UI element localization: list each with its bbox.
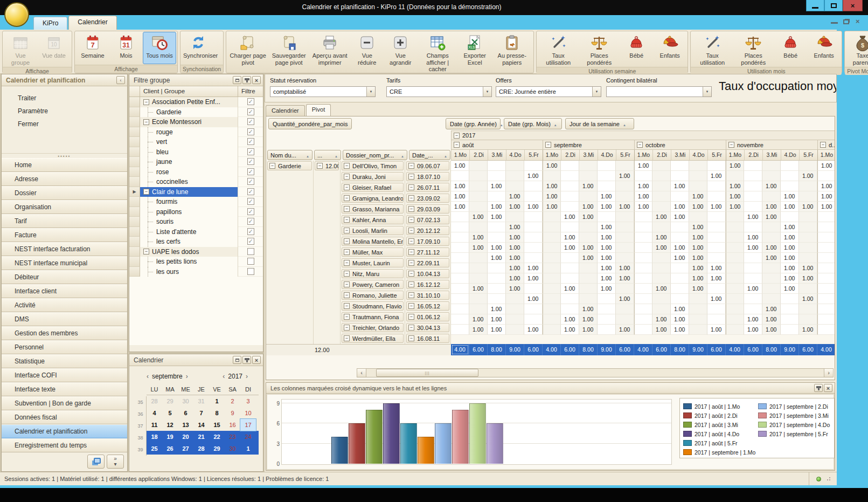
collapse-icon[interactable] — [408, 228, 414, 233]
filter-checkbox[interactable] — [247, 238, 254, 245]
value-cell[interactable] — [744, 222, 762, 232]
value-cell[interactable] — [689, 294, 707, 304]
value-cell[interactable] — [744, 263, 762, 273]
day-cell[interactable]: 24 — [240, 431, 256, 443]
value-cell[interactable] — [671, 191, 689, 202]
value-cell[interactable]: 1.00 — [488, 243, 506, 253]
ribbon-button-semaine[interactable]: 7Semaine — [76, 32, 109, 64]
value-cell[interactable] — [469, 273, 488, 284]
value-cell[interactable] — [579, 232, 598, 243]
value-cell[interactable]: 1.00 — [652, 314, 671, 325]
group-cell-garderie[interactable]: Garderie — [267, 161, 312, 170]
collapse-icon[interactable] — [728, 142, 734, 148]
total-cell[interactable]: 8.00 — [579, 344, 598, 355]
tree-row-uape-les-dodos[interactable]: UAPE les dodos — [129, 247, 263, 257]
filter-checkbox[interactable] — [247, 208, 254, 215]
value-cell[interactable]: 1.00 — [488, 212, 506, 222]
filter-combobox-contingent-bilat-ral[interactable] — [606, 86, 712, 97]
value-cell[interactable] — [634, 304, 652, 314]
value-cell[interactable] — [469, 222, 488, 232]
tree-row-handle[interactable] — [129, 97, 140, 107]
total-cell[interactable]: 6.00 — [561, 344, 579, 355]
month-header-cell-septembre[interactable]: septembre — [543, 140, 634, 150]
tree-row-handle[interactable] — [129, 177, 140, 187]
value-cell[interactable] — [817, 232, 835, 243]
value-cell[interactable] — [543, 243, 561, 253]
weekday-header-cell[interactable]: 5.Fr — [799, 150, 817, 161]
value-cell[interactable] — [671, 294, 689, 304]
tree-row-les-cerfs[interactable]: les cerfs — [129, 237, 263, 247]
value-cell[interactable] — [634, 212, 652, 222]
value-cell[interactable] — [579, 273, 598, 284]
total-cell[interactable]: 8.00 — [488, 344, 506, 355]
value-cell[interactable] — [543, 171, 561, 181]
filter-checkbox[interactable] — [247, 118, 254, 125]
value-cell[interactable]: 1.00 — [579, 314, 598, 325]
tree-row-handle[interactable]: ▶ — [129, 187, 140, 197]
ribbon-button-taux-utilisation[interactable]: Taux utilisation — [692, 32, 733, 66]
value-cell[interactable] — [652, 253, 671, 263]
value-cell[interactable]: 1.00 — [598, 222, 616, 232]
value-cell[interactable]: 1.00 — [561, 325, 579, 335]
collapse-icon[interactable] — [408, 281, 414, 287]
value-cell[interactable] — [799, 284, 817, 294]
value-cell[interactable] — [799, 161, 817, 171]
value-cell[interactable] — [652, 161, 671, 171]
value-cell[interactable] — [762, 191, 781, 202]
combobox-arrow-icon[interactable] — [483, 87, 491, 97]
total-cell[interactable]: 4.00 — [451, 344, 469, 355]
value-cell[interactable]: 1.00 — [671, 243, 689, 253]
value-cell[interactable]: 1.00 — [799, 273, 817, 284]
value-cell[interactable] — [616, 212, 634, 222]
value-cell[interactable]: 1.00 — [488, 325, 506, 335]
scroll-right-button[interactable]: › — [824, 369, 833, 377]
day-cell[interactable]: 30 — [178, 395, 193, 407]
collapse-icon[interactable] — [637, 142, 643, 148]
day-cell[interactable]: 31 — [193, 395, 209, 407]
weekday-header-cell[interactable]: 1.Mo — [726, 150, 744, 161]
tree-row-handle[interactable] — [129, 207, 140, 217]
day-cell[interactable]: 6 — [178, 407, 193, 419]
value-cell[interactable] — [689, 314, 707, 325]
value-cell[interactable] — [799, 212, 817, 222]
day-cell[interactable]: 11 — [147, 419, 162, 431]
value-cell[interactable] — [616, 243, 634, 253]
value-cell[interactable] — [451, 253, 469, 263]
value-cell[interactable] — [652, 181, 671, 191]
tree-row-garderie[interactable]: Garderie — [129, 107, 263, 118]
day-cell[interactable]: 30 — [225, 443, 240, 455]
value-cell[interactable]: 1.00 — [561, 314, 579, 325]
value-cell[interactable] — [671, 222, 689, 232]
value-cell[interactable]: 1.00 — [598, 253, 616, 263]
ribbon-button-au-presse-papiers[interactable]: Au presse-papiers — [491, 32, 532, 73]
value-cell[interactable] — [469, 263, 488, 273]
layers-button[interactable] — [87, 455, 105, 469]
date-cell[interactable]: 23.09.02 — [406, 194, 449, 203]
weekday-header-cell[interactable]: 2.Di — [561, 150, 579, 161]
value-cell[interactable] — [707, 253, 726, 263]
collapse-icon[interactable] — [344, 314, 350, 320]
value-cell[interactable]: 1.00 — [799, 325, 817, 335]
value-cell[interactable] — [762, 263, 781, 273]
value-cell[interactable] — [726, 273, 744, 284]
value-cell[interactable]: 1.00 — [579, 304, 598, 314]
tree-row-handle[interactable] — [129, 127, 140, 137]
value-cell[interactable] — [616, 284, 634, 294]
value-cell[interactable]: 1.00 — [488, 253, 506, 263]
value-cell[interactable] — [689, 161, 707, 171]
value-cell[interactable]: 1.00 — [506, 253, 524, 263]
sidebar-item-home[interactable]: Home — [2, 158, 127, 172]
collapse-icon[interactable] — [344, 206, 350, 212]
sidebar-menu-item-traiter[interactable]: Traiter — [2, 92, 127, 105]
day-cell[interactable]: 25 — [147, 443, 162, 455]
chart-panel-pin-button[interactable] — [814, 384, 823, 392]
value-cell[interactable] — [817, 273, 835, 284]
tree-row-ecole-montessori[interactable]: Ecole Montessori — [129, 117, 263, 127]
value-cell[interactable] — [524, 191, 543, 202]
collapse-icon[interactable] — [344, 260, 350, 266]
tree-row-handle[interactable] — [129, 237, 140, 247]
value-cell[interactable]: 1.00 — [488, 202, 506, 212]
month-header-cell-ao-t[interactable]: août — [451, 140, 543, 150]
sidebar-item-dossier[interactable]: Dossier — [2, 186, 127, 200]
sidebar-item-nest-interface-facturation[interactable]: NEST interface facturation — [2, 242, 127, 256]
